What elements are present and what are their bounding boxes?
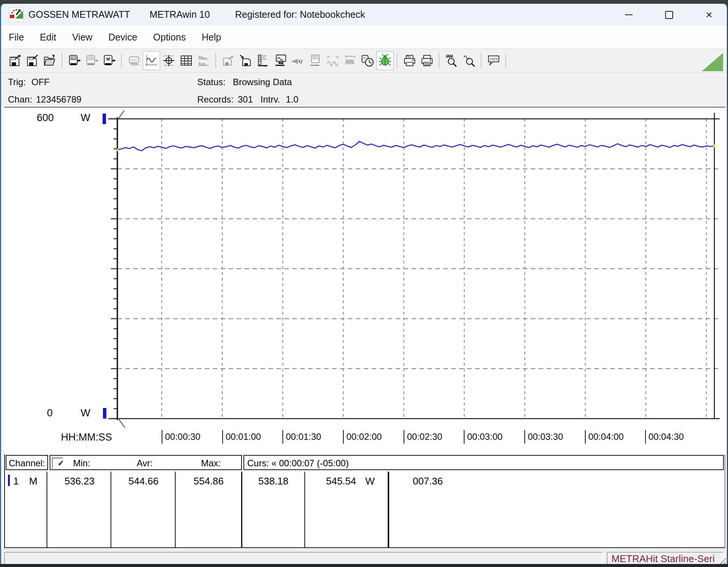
svg-text:M: M <box>106 57 110 61</box>
x-tick: 00:00:30 <box>162 430 200 445</box>
desktop: GOSSEN METRAWATT METRAwin 10 Registered … <box>0 0 728 567</box>
menu-view[interactable]: View <box>72 32 92 43</box>
formula-icon: =f(x) <box>292 54 304 67</box>
print-icon <box>421 54 433 67</box>
zoom-in-icon <box>445 54 458 67</box>
yt-plot[interactable] <box>4 107 725 455</box>
debug-logger-button[interactable] <box>376 51 394 70</box>
column-divider <box>304 472 305 547</box>
app-logo-icon <box>9 7 24 22</box>
chart-panel[interactable]: 600 W 0 W HH:MM:SS 00:00:30 00:01:00 00:… <box>4 107 725 455</box>
cursor-a-value: 538.18 <box>258 475 288 487</box>
header-channel: Channel: <box>9 458 45 469</box>
chart-xy-view-button[interactable] <box>160 51 178 70</box>
chart-yt-icon <box>145 54 158 67</box>
chan-label: Chan: <box>8 94 32 105</box>
read-from-device-icon: 321 <box>68 54 81 67</box>
titlebar-app-name: METRAwin 10 <box>150 9 210 20</box>
minimize-button[interactable] <box>618 6 640 23</box>
print-preview-button[interactable] <box>401 51 418 70</box>
wave-burst-button <box>341 51 359 70</box>
x-tick-label: 00:00:30 <box>165 431 200 442</box>
print-preview-icon <box>403 54 416 67</box>
titlebar-vendor: GOSSEN METRAWATT <box>28 9 130 20</box>
menu-help[interactable]: Help <box>202 32 221 43</box>
svg-text:12: 12 <box>363 56 366 59</box>
info-band: Trig: OFF Chan: 123456789 Status: Browsi… <box>1 73 727 106</box>
min-value: 536.23 <box>64 475 95 487</box>
x-tick: 00:02:00 <box>343 430 382 445</box>
column-divider <box>111 472 111 547</box>
annotation-button[interactable]: 1/2/3 <box>485 51 502 70</box>
svg-text:=f(x): =f(x) <box>292 58 302 64</box>
column-divider <box>175 472 176 547</box>
wave-burst-icon <box>344 54 357 67</box>
formula-button[interactable]: =f(x) <box>289 51 307 70</box>
live-monitor-setup-button[interactable] <box>272 51 289 70</box>
maximize-icon <box>665 11 673 19</box>
zoom-in-wave-button[interactable] <box>443 51 460 70</box>
chan-value: 123456789 <box>36 94 81 105</box>
intrv-value: 1.0 <box>286 94 298 105</box>
channel-setup-button[interactable] <box>254 51 272 70</box>
read-from-device-button[interactable]: 321 <box>66 51 83 70</box>
export-data-icon <box>222 54 235 67</box>
open-file-button[interactable] <box>41 51 59 70</box>
chart-yt-view-button[interactable] <box>143 51 160 70</box>
menu-device[interactable]: Device <box>108 32 137 43</box>
x-tick-label: 00:04:30 <box>648 431 684 442</box>
status-bar: METRAHit Starline-Seri <box>1 549 727 564</box>
records-label: Records: <box>197 94 234 105</box>
print-button[interactable] <box>418 51 436 70</box>
status-message-panel <box>4 552 603 564</box>
x-tick-label: 00:03:30 <box>528 431 563 442</box>
histogram-view-button <box>195 51 212 70</box>
close-button[interactable]: × <box>698 6 720 23</box>
cursor-b-unit: W <box>365 475 375 487</box>
x-tick-mark <box>162 430 162 444</box>
menu-file[interactable]: File <box>9 32 24 43</box>
trig-label: Trig: <box>8 77 26 87</box>
menu-edit[interactable]: Edit <box>40 32 56 43</box>
annotation-icon: 1/2/3 <box>487 54 500 67</box>
cursor-delta-value: 007.36 <box>413 475 443 487</box>
x-tick-mark <box>222 430 223 444</box>
header-min: Min: <box>73 458 90 469</box>
maximize-button[interactable] <box>658 6 680 23</box>
toolbar: 321 320 M 1257 <box>1 48 727 73</box>
metrawin-window: GOSSEN METRAWATT METRAwin 10 Registered … <box>0 4 728 564</box>
device-setup-button: 321 <box>307 51 324 70</box>
read-memory-button[interactable]: M <box>101 51 118 70</box>
table-view-button[interactable] <box>178 51 195 70</box>
channel-visible-checkbox[interactable]: ✓ <box>52 458 63 469</box>
import-data-icon <box>239 54 252 67</box>
svg-text:321: 321 <box>313 56 316 59</box>
trig-value: OFF <box>31 77 50 87</box>
channel-setup-icon <box>257 54 270 67</box>
header-max: Max: <box>201 458 221 469</box>
save-as-button[interactable] <box>6 51 24 70</box>
screen-edge <box>0 564 728 567</box>
numeric-display-icon: 1257 <box>128 54 140 67</box>
toolbar-separator <box>121 53 122 68</box>
save-as-icon <box>9 54 22 67</box>
open-file-icon <box>44 54 56 67</box>
wave-compare-icon <box>326 54 339 67</box>
toolbar-separator <box>481 53 482 68</box>
connected-device-name: METRAHit Starline-Seri <box>608 553 723 564</box>
import-data-button[interactable] <box>237 51 254 70</box>
column-divider <box>47 472 47 547</box>
zoom-out-wave-button[interactable] <box>460 51 478 70</box>
status-label: Status: <box>197 77 226 87</box>
histogram-view-icon <box>197 54 210 67</box>
svg-text:1/2/3: 1/2/3 <box>490 57 497 61</box>
x-tick-mark <box>585 430 586 444</box>
menu-options[interactable]: Options <box>153 32 186 43</box>
schedule-recording-button[interactable]: 12 <box>359 51 376 70</box>
cursor-b-value: 545.54 <box>326 475 356 487</box>
intrv-label: Intrv. <box>260 94 280 105</box>
send-to-device-icon: 320 <box>86 54 98 67</box>
save-button[interactable] <box>24 51 41 70</box>
x-tick-label: 00:02:30 <box>407 431 442 442</box>
svg-text:1257: 1257 <box>131 58 137 62</box>
